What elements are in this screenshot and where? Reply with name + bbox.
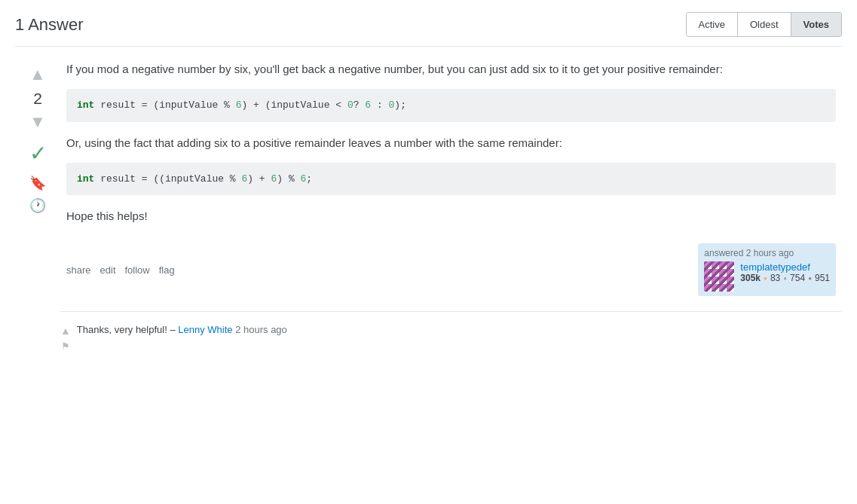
answer-paragraph-1: If you mod a negative number by six, you…	[66, 60, 836, 78]
share-link[interactable]: share	[66, 264, 91, 276]
sort-button-active[interactable]: Active	[687, 13, 738, 36]
silver-count: 754	[790, 273, 805, 283]
code-text-7: ) +	[247, 173, 271, 185]
sort-button-votes[interactable]: Votes	[791, 13, 841, 36]
gold-dot: ●	[764, 275, 767, 282]
edit-link[interactable]: edit	[100, 264, 116, 276]
user-card: answered 2 hours ago templatetypedef 305…	[698, 243, 836, 296]
accepted-check-icon: ✓	[29, 141, 47, 166]
follow-link[interactable]: follow	[125, 264, 150, 276]
answer-actions: share edit follow flag	[66, 264, 175, 276]
user-avatar	[704, 261, 734, 292]
gold-count: 83	[770, 273, 780, 283]
user-name-link[interactable]: templatetypedef	[740, 261, 830, 273]
answer-paragraph-3: Hope this helps!	[66, 207, 836, 225]
vote-count: 2	[33, 89, 42, 108]
vote-column: ▲ 2 ▼ ✓ 🔖 🕐	[15, 60, 60, 296]
flag-link[interactable]: flag	[159, 264, 175, 276]
code-block-1: int result = (inputValue % 6) + (inputVa…	[66, 89, 836, 122]
comment-upvote-button[interactable]: ▲	[60, 324, 71, 339]
user-info: templatetypedef 305k ● 83 ● 754 ● 951	[740, 261, 830, 283]
comment-body: Thanks, very helpful! –	[77, 324, 176, 335]
rep-main: 305k	[740, 273, 761, 283]
user-reputation: 305k ● 83 ● 754 ● 951	[740, 273, 830, 283]
silver-dot: ●	[783, 275, 787, 282]
code-text-1: result = (inputValue %	[94, 99, 235, 111]
comment-row: ▲ ⚑ Thanks, very helpful! – Lenny White …	[60, 318, 842, 356]
comments-section: ▲ ⚑ Thanks, very helpful! – Lenny White …	[60, 311, 842, 356]
bookmark-icon[interactable]: 🔖	[29, 175, 46, 191]
answers-header: 1 Answer Active Oldest Votes	[15, 12, 842, 47]
sort-button-oldest[interactable]: Oldest	[738, 13, 791, 36]
sort-buttons: Active Oldest Votes	[686, 12, 842, 37]
answers-title: 1 Answer	[15, 15, 84, 35]
upvote-button[interactable]: ▲	[24, 63, 51, 86]
code-keyword-1: int	[77, 99, 94, 111]
code-keyword-2: int	[77, 173, 94, 185]
code-text-9: ;	[306, 173, 312, 185]
code-text-6: result = ((inputValue %	[94, 173, 241, 185]
history-icon[interactable]: 🕐	[29, 197, 46, 214]
downvote-button[interactable]: ▼	[24, 111, 51, 133]
code-text-3: ?	[354, 99, 366, 111]
code-num-2: 0	[347, 99, 354, 111]
answer-meta: share edit follow flag answered 2 hours …	[66, 237, 836, 296]
code-text-5: );	[394, 99, 406, 111]
answered-label: answered 2 hours ago	[704, 248, 830, 258]
comment-time: 2 hours ago	[235, 324, 287, 335]
code-text-8: ) %	[277, 173, 300, 185]
user-card-info: answered 2 hours ago templatetypedef 305…	[704, 248, 830, 292]
code-num-3: 6	[365, 99, 371, 111]
answer-body: If you mod a negative number by six, you…	[60, 60, 842, 296]
comment-text: Thanks, very helpful! – Lenny White 2 ho…	[77, 322, 287, 338]
code-text-4: :	[371, 99, 388, 111]
comment-vote-col: ▲ ⚑	[60, 322, 71, 352]
code-block-2: int result = ((inputValue % 6) + 6) % 6;	[66, 163, 836, 196]
bronze-dot: ●	[808, 275, 812, 282]
answer-container: ▲ 2 ▼ ✓ 🔖 🕐 If you mod a negative number…	[15, 60, 842, 296]
bronze-count: 951	[815, 273, 830, 283]
answer-paragraph-2: Or, using the fact that adding six to a …	[66, 134, 836, 152]
comment-user-link[interactable]: Lenny White	[178, 324, 232, 335]
comment-flag-icon[interactable]: ⚑	[61, 341, 70, 352]
code-text-2: ) + (inputValue <	[241, 99, 347, 111]
